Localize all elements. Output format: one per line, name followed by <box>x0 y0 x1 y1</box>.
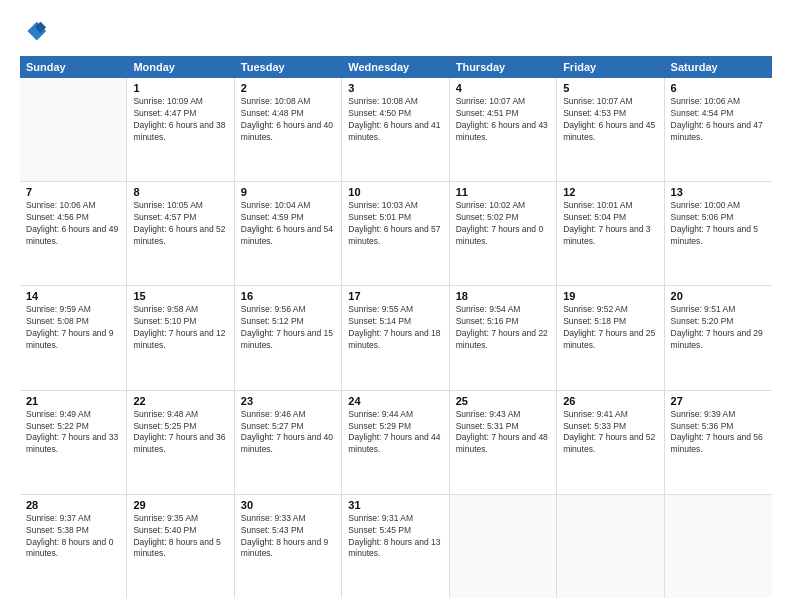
calendar-cell: 4Sunrise: 10:07 AMSunset: 4:51 PMDayligh… <box>450 78 557 181</box>
day-detail: Sunrise: 10:02 AMSunset: 5:02 PMDaylight… <box>456 200 550 248</box>
day-number: 17 <box>348 290 442 302</box>
calendar-cell: 23Sunrise: 9:46 AMSunset: 5:27 PMDayligh… <box>235 391 342 494</box>
day-detail: Sunrise: 9:49 AMSunset: 5:22 PMDaylight:… <box>26 409 120 457</box>
day-number: 5 <box>563 82 657 94</box>
day-number: 30 <box>241 499 335 511</box>
day-detail: Sunrise: 9:48 AMSunset: 5:25 PMDaylight:… <box>133 409 227 457</box>
calendar-cell: 12Sunrise: 10:01 AMSunset: 5:04 PMDaylig… <box>557 182 664 285</box>
calendar-cell: 5Sunrise: 10:07 AMSunset: 4:53 PMDayligh… <box>557 78 664 181</box>
day-number: 14 <box>26 290 120 302</box>
calendar-cell: 9Sunrise: 10:04 AMSunset: 4:59 PMDayligh… <box>235 182 342 285</box>
calendar-cell: 11Sunrise: 10:02 AMSunset: 5:02 PMDaylig… <box>450 182 557 285</box>
day-number: 8 <box>133 186 227 198</box>
day-number: 11 <box>456 186 550 198</box>
day-detail: Sunrise: 9:52 AMSunset: 5:18 PMDaylight:… <box>563 304 657 352</box>
day-number: 12 <box>563 186 657 198</box>
calendar: SundayMondayTuesdayWednesdayThursdayFrid… <box>20 56 772 598</box>
day-number: 15 <box>133 290 227 302</box>
calendar-row: 1Sunrise: 10:09 AMSunset: 4:47 PMDayligh… <box>20 78 772 182</box>
calendar-row: 21Sunrise: 9:49 AMSunset: 5:22 PMDayligh… <box>20 391 772 495</box>
calendar-cell: 6Sunrise: 10:06 AMSunset: 4:54 PMDayligh… <box>665 78 772 181</box>
calendar-cell: 13Sunrise: 10:00 AMSunset: 5:06 PMDaylig… <box>665 182 772 285</box>
day-number: 26 <box>563 395 657 407</box>
calendar-cell: 18Sunrise: 9:54 AMSunset: 5:16 PMDayligh… <box>450 286 557 389</box>
calendar-row: 28Sunrise: 9:37 AMSunset: 5:38 PMDayligh… <box>20 495 772 598</box>
logo <box>20 18 52 46</box>
calendar-cell: 29Sunrise: 9:35 AMSunset: 5:40 PMDayligh… <box>127 495 234 598</box>
calendar-row: 14Sunrise: 9:59 AMSunset: 5:08 PMDayligh… <box>20 286 772 390</box>
calendar-cell: 31Sunrise: 9:31 AMSunset: 5:45 PMDayligh… <box>342 495 449 598</box>
weekday-header: Tuesday <box>235 56 342 78</box>
calendar-cell: 28Sunrise: 9:37 AMSunset: 5:38 PMDayligh… <box>20 495 127 598</box>
day-number: 10 <box>348 186 442 198</box>
day-number: 18 <box>456 290 550 302</box>
day-detail: Sunrise: 9:44 AMSunset: 5:29 PMDaylight:… <box>348 409 442 457</box>
calendar-cell: 27Sunrise: 9:39 AMSunset: 5:36 PMDayligh… <box>665 391 772 494</box>
calendar-cell: 22Sunrise: 9:48 AMSunset: 5:25 PMDayligh… <box>127 391 234 494</box>
calendar-cell: 3Sunrise: 10:08 AMSunset: 4:50 PMDayligh… <box>342 78 449 181</box>
day-detail: Sunrise: 9:54 AMSunset: 5:16 PMDaylight:… <box>456 304 550 352</box>
weekday-header: Thursday <box>450 56 557 78</box>
calendar-cell: 30Sunrise: 9:33 AMSunset: 5:43 PMDayligh… <box>235 495 342 598</box>
calendar-cell: 14Sunrise: 9:59 AMSunset: 5:08 PMDayligh… <box>20 286 127 389</box>
day-number: 7 <box>26 186 120 198</box>
day-number: 6 <box>671 82 766 94</box>
day-detail: Sunrise: 9:46 AMSunset: 5:27 PMDaylight:… <box>241 409 335 457</box>
calendar-cell: 25Sunrise: 9:43 AMSunset: 5:31 PMDayligh… <box>450 391 557 494</box>
day-detail: Sunrise: 9:59 AMSunset: 5:08 PMDaylight:… <box>26 304 120 352</box>
day-detail: Sunrise: 10:09 AMSunset: 4:47 PMDaylight… <box>133 96 227 144</box>
day-detail: Sunrise: 10:07 AMSunset: 4:53 PMDaylight… <box>563 96 657 144</box>
day-number: 16 <box>241 290 335 302</box>
header <box>20 18 772 46</box>
day-detail: Sunrise: 10:08 AMSunset: 4:50 PMDaylight… <box>348 96 442 144</box>
day-number: 27 <box>671 395 766 407</box>
day-detail: Sunrise: 9:55 AMSunset: 5:14 PMDaylight:… <box>348 304 442 352</box>
calendar-cell <box>20 78 127 181</box>
day-detail: Sunrise: 10:00 AMSunset: 5:06 PMDaylight… <box>671 200 766 248</box>
calendar-cell <box>557 495 664 598</box>
page: SundayMondayTuesdayWednesdayThursdayFrid… <box>0 0 792 612</box>
logo-icon <box>20 18 48 46</box>
day-number: 4 <box>456 82 550 94</box>
day-detail: Sunrise: 10:01 AMSunset: 5:04 PMDaylight… <box>563 200 657 248</box>
calendar-cell: 7Sunrise: 10:06 AMSunset: 4:56 PMDayligh… <box>20 182 127 285</box>
day-detail: Sunrise: 9:58 AMSunset: 5:10 PMDaylight:… <box>133 304 227 352</box>
day-number: 2 <box>241 82 335 94</box>
day-number: 20 <box>671 290 766 302</box>
day-number: 21 <box>26 395 120 407</box>
day-detail: Sunrise: 9:56 AMSunset: 5:12 PMDaylight:… <box>241 304 335 352</box>
day-detail: Sunrise: 10:04 AMSunset: 4:59 PMDaylight… <box>241 200 335 248</box>
day-detail: Sunrise: 9:31 AMSunset: 5:45 PMDaylight:… <box>348 513 442 561</box>
day-number: 22 <box>133 395 227 407</box>
calendar-cell: 16Sunrise: 9:56 AMSunset: 5:12 PMDayligh… <box>235 286 342 389</box>
day-detail: Sunrise: 9:41 AMSunset: 5:33 PMDaylight:… <box>563 409 657 457</box>
calendar-cell: 2Sunrise: 10:08 AMSunset: 4:48 PMDayligh… <box>235 78 342 181</box>
day-detail: Sunrise: 10:03 AMSunset: 5:01 PMDaylight… <box>348 200 442 248</box>
weekday-header: Monday <box>127 56 234 78</box>
day-number: 13 <box>671 186 766 198</box>
day-detail: Sunrise: 10:07 AMSunset: 4:51 PMDaylight… <box>456 96 550 144</box>
day-detail: Sunrise: 9:33 AMSunset: 5:43 PMDaylight:… <box>241 513 335 561</box>
day-number: 23 <box>241 395 335 407</box>
weekday-header: Sunday <box>20 56 127 78</box>
calendar-cell <box>450 495 557 598</box>
day-detail: Sunrise: 9:35 AMSunset: 5:40 PMDaylight:… <box>133 513 227 561</box>
day-detail: Sunrise: 10:08 AMSunset: 4:48 PMDaylight… <box>241 96 335 144</box>
calendar-cell <box>665 495 772 598</box>
day-detail: Sunrise: 9:51 AMSunset: 5:20 PMDaylight:… <box>671 304 766 352</box>
weekday-header: Saturday <box>665 56 772 78</box>
day-number: 19 <box>563 290 657 302</box>
day-number: 31 <box>348 499 442 511</box>
day-detail: Sunrise: 10:06 AMSunset: 4:54 PMDaylight… <box>671 96 766 144</box>
day-number: 28 <box>26 499 120 511</box>
day-number: 3 <box>348 82 442 94</box>
day-detail: Sunrise: 9:39 AMSunset: 5:36 PMDaylight:… <box>671 409 766 457</box>
calendar-cell: 26Sunrise: 9:41 AMSunset: 5:33 PMDayligh… <box>557 391 664 494</box>
calendar-cell: 15Sunrise: 9:58 AMSunset: 5:10 PMDayligh… <box>127 286 234 389</box>
calendar-cell: 24Sunrise: 9:44 AMSunset: 5:29 PMDayligh… <box>342 391 449 494</box>
calendar-cell: 1Sunrise: 10:09 AMSunset: 4:47 PMDayligh… <box>127 78 234 181</box>
day-number: 1 <box>133 82 227 94</box>
calendar-cell: 19Sunrise: 9:52 AMSunset: 5:18 PMDayligh… <box>557 286 664 389</box>
day-number: 25 <box>456 395 550 407</box>
calendar-cell: 8Sunrise: 10:05 AMSunset: 4:57 PMDayligh… <box>127 182 234 285</box>
